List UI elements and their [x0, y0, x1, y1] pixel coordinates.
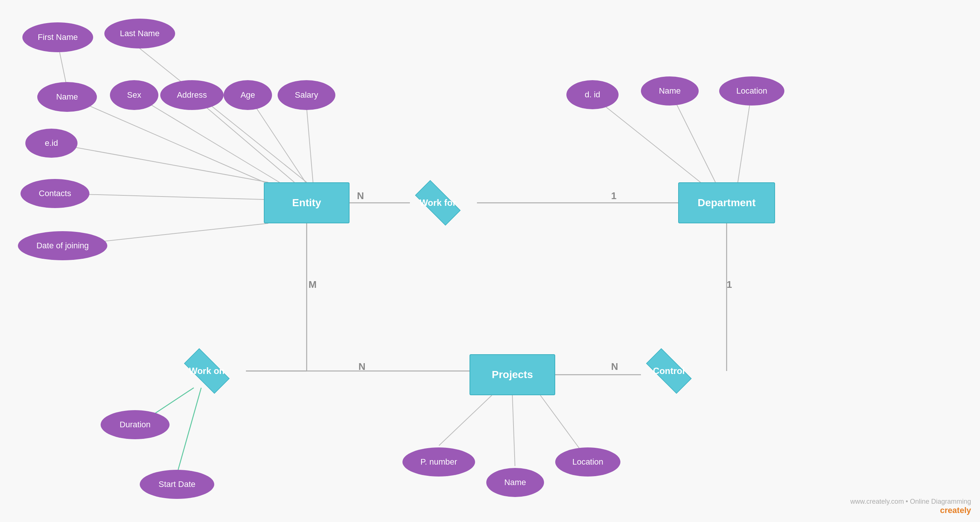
attr-did: d. id: [566, 80, 619, 109]
svg-line-21: [178, 388, 201, 470]
svg-line-19: [738, 93, 752, 182]
attr-address: Address: [160, 80, 224, 110]
attr-eid: e.id: [25, 129, 78, 158]
watermark-brand: creately: [940, 506, 971, 515]
attr-name-entity: Name: [37, 82, 97, 112]
svg-line-9: [69, 97, 264, 182]
card-n-workon: N: [358, 361, 366, 372]
control-label: Control: [653, 366, 684, 376]
card-n-control: N: [611, 361, 618, 372]
workon-label: Work on: [189, 366, 225, 376]
attr-start-date: Start Date: [140, 470, 214, 499]
department-box: Department: [678, 182, 775, 223]
svg-line-22: [439, 395, 492, 445]
workfor-label: Work for: [420, 198, 456, 208]
workon-diamond: Work on: [168, 351, 246, 391]
entity-label: Entity: [292, 197, 321, 209]
svg-line-23: [512, 395, 515, 466]
svg-line-18: [671, 93, 716, 182]
workfor-diamond: Work for: [399, 182, 477, 223]
entity-box: Entity: [264, 182, 350, 223]
card-1-dept-control: 1: [727, 279, 732, 291]
attr-date-joining: Date of joining: [18, 231, 107, 260]
attr-location-dept: Location: [719, 77, 784, 105]
attr-name-proj: Name: [486, 468, 544, 497]
er-diagram: Entity Department Projects Work for Work…: [0, 0, 980, 522]
projects-label: Projects: [492, 369, 533, 381]
watermark: www.creately.com • Online Diagramming cr…: [850, 498, 971, 515]
card-n-workfor: N: [357, 190, 364, 202]
control-diamond: Control: [630, 351, 708, 391]
attr-duration: Duration: [100, 410, 170, 439]
svg-line-8: [140, 48, 307, 182]
department-label: Department: [698, 197, 756, 209]
attr-sex: Sex: [110, 80, 158, 110]
projects-box: Projects: [469, 354, 555, 395]
attr-contacts: Contacts: [21, 179, 89, 208]
svg-line-17: [592, 96, 700, 182]
card-m-workon: M: [309, 279, 317, 291]
attr-age: Age: [224, 80, 272, 110]
watermark-line1: www.creately.com • Online Diagramming: [850, 498, 971, 506]
attr-pnumber: P. number: [402, 447, 475, 477]
svg-line-14: [52, 143, 268, 182]
attr-last-name: Last Name: [104, 19, 175, 48]
attr-name-dept: Name: [641, 77, 699, 105]
attr-salary: Salary: [278, 80, 336, 110]
attr-location-proj: Location: [555, 447, 620, 477]
attr-first-name: First Name: [22, 22, 93, 52]
card-1-workfor: 1: [611, 190, 616, 202]
connections-layer: [0, 0, 980, 522]
